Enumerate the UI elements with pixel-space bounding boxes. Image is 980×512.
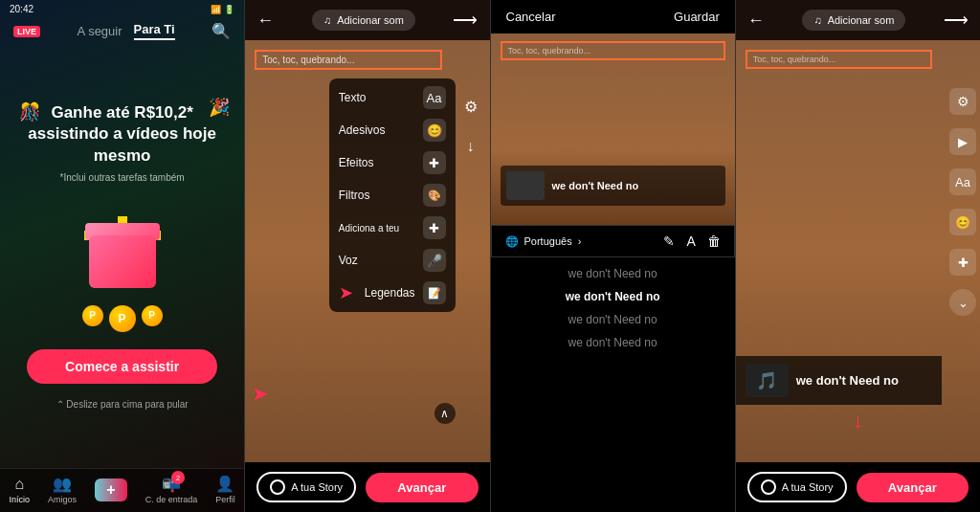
back-button[interactable]: ←	[256, 11, 274, 31]
language-bar: 🌐 Português › ✎ A 🗑	[491, 225, 735, 257]
coin-3: P	[142, 305, 163, 326]
swipe-hint: ⌃ Deslize para cima para pular	[56, 399, 189, 410]
collapse-button[interactable]: ∧	[434, 403, 456, 424]
caption-item-1[interactable]: we don't Need no	[506, 267, 720, 280]
preview-text-tool-icon[interactable]: Aa	[949, 168, 976, 195]
caption-item-3[interactable]: we don't Need no	[506, 313, 720, 326]
arrow-expand-captions: ➤	[253, 384, 267, 405]
caption-item-4[interactable]: we don't Need no	[506, 336, 720, 349]
preview-back-button[interactable]: ←	[747, 11, 765, 31]
nav-home[interactable]: ⌂ Início	[9, 476, 30, 504]
preview-bottom-bar: A tua Story Avançar	[736, 462, 980, 512]
preview-story-button[interactable]: A tua Story	[747, 472, 847, 502]
promo-subtitle: *Inclui outras tarefas também	[60, 172, 185, 183]
download-tool-icon[interactable]: ↓	[457, 133, 484, 160]
text-overlay[interactable]: Toc, toc, quebrando...	[255, 50, 441, 70]
menu-filters[interactable]: Filtros 🎨	[339, 184, 446, 207]
confetti-decor: 🎊	[19, 101, 40, 122]
preview-sticker-icon[interactable]: 😊	[949, 209, 976, 235]
caption-list: we don't Need no we don't Need no we don…	[491, 257, 735, 512]
menu-captions[interactable]: ➤ Legendas 📝	[339, 281, 446, 304]
preview-play-icon[interactable]: ▶	[949, 128, 976, 155]
menu-stickers[interactable]: Adesivos 😊	[339, 119, 446, 142]
start-watching-button[interactable]: Comece a assistir	[27, 349, 217, 384]
preview-add-icon[interactable]: ✚	[949, 249, 976, 276]
lang-actions: ✎ A 🗑	[663, 234, 720, 249]
effects-icon: ✚	[423, 151, 446, 174]
nav-home-label: Início	[9, 495, 30, 504]
panel-feed: 20:42 📶 🔋 LIVE A seguir Para Ti 🔍 🎊 🎉 Ga…	[0, 0, 244, 512]
inbox-badge: 2	[171, 471, 185, 484]
menu-text-label: Texto	[339, 91, 367, 104]
menu-addto-label: Adiciona a teu	[339, 223, 399, 234]
panel-editor: ← ♫ Adicionar som ⟶ Toc, toc, quebrando.…	[245, 0, 489, 512]
preview-collapse-icon[interactable]: ⌄	[949, 289, 976, 316]
profile-icon: 👤	[215, 475, 234, 493]
add-sound-label: Adicionar som	[337, 14, 404, 26]
preview-advance-button[interactable]: Avançar	[857, 473, 969, 502]
preview-arrow-down: ↓	[853, 409, 863, 434]
preview-video-area: Toc, toc, quebrando... 🎵 we don't Need n…	[736, 40, 980, 462]
filters-icon: 🎨	[423, 184, 446, 207]
nav-create-wrap: +	[95, 479, 127, 501]
gift-illustration	[70, 202, 175, 288]
text-size-icon[interactable]: A	[686, 234, 695, 249]
add-sound-button[interactable]: ♫ Adicionar som	[312, 10, 415, 31]
preview-lyric-text: we don't Need no	[552, 180, 639, 191]
panel-preview: ← ♫ Adicionar som ⟶ Toc, toc, quebrando.…	[736, 0, 980, 512]
settings-tool-icon[interactable]: ⚙	[457, 93, 484, 120]
preview-lyric-bar: we don't Need no	[501, 166, 725, 206]
story-circle-icon	[270, 479, 285, 495]
nav-profile[interactable]: 👤 Perfil	[215, 475, 235, 504]
share-icon[interactable]: ⟶	[453, 10, 478, 31]
preview-story-label: A tua Story	[782, 481, 834, 493]
status-bar: 20:42 📶 🔋	[0, 0, 244, 18]
advance-button[interactable]: Avançar	[366, 473, 478, 502]
search-icon[interactable]: 🔍	[212, 22, 231, 40]
create-button[interactable]: +	[95, 479, 127, 501]
friends-icon: 👥	[53, 475, 72, 493]
caption-item-2[interactable]: we don't Need no	[506, 290, 720, 303]
promo-content: 🎊 🎉 Ganhe até R$10,2* assistindo a vídeo…	[0, 44, 244, 468]
editor-menu: Texto Aa Adesivos 😊 Efeitos ✚ Filtros 🎨 …	[329, 78, 456, 312]
menu-filters-label: Filtros	[339, 189, 370, 202]
preview-add-sound-button[interactable]: ♫ Adicionar som	[802, 10, 905, 31]
nav-friends[interactable]: 👥 Amigos	[48, 475, 77, 504]
nav-inbox[interactable]: 📬 2 C. de entrada	[145, 475, 198, 504]
language-selector[interactable]: 🌐 Português ›	[505, 235, 582, 248]
preview-thumbnail	[506, 171, 545, 200]
preview-settings-icon[interactable]: ⚙	[949, 88, 976, 115]
menu-add-to[interactable]: Adiciona a teu ✚	[339, 216, 446, 239]
delete-caption-icon[interactable]: 🗑	[707, 234, 721, 249]
menu-voice-label: Voz	[339, 254, 358, 267]
nav-inbox-label: C. de entrada	[145, 495, 198, 504]
menu-effects[interactable]: Efeitos ✚	[339, 151, 446, 174]
save-button[interactable]: Guardar	[674, 10, 720, 24]
panel-caption-editor: Cancelar Guardar Toc, toc, quebrando... …	[491, 0, 735, 512]
edit-caption-icon[interactable]: ✎	[663, 234, 675, 249]
cancel-button[interactable]: Cancelar	[506, 10, 556, 24]
music-icon: ♫	[323, 14, 331, 26]
story-button[interactable]: A tua Story	[256, 472, 356, 502]
lyric-overlay-bar: 🎵 we don't Need no	[736, 356, 942, 405]
preview-right-tools: ⚙ ▶ Aa 😊 ✚ ⌄	[949, 88, 976, 316]
lyric-text: we don't Need no	[796, 373, 899, 388]
globe-icon: 🌐	[505, 235, 519, 248]
preview-share-icon[interactable]: ⟶	[944, 10, 969, 31]
caption-top-bar: Cancelar Guardar	[491, 0, 735, 33]
menu-voice[interactable]: Voz 🎤	[339, 249, 446, 272]
lyric-thumbnail: 🎵	[746, 364, 789, 397]
preview-music-icon: ♫	[813, 14, 821, 26]
editor-video-area: Toc, toc, quebrando... ⚙ ↓ Texto Aa Ades…	[245, 40, 489, 462]
battery-icon: 🔋	[224, 5, 234, 14]
status-time: 20:42	[10, 4, 33, 14]
tab-following[interactable]: A seguir	[78, 24, 122, 38]
preview-text-overlay: Toc, toc, quebrando...	[746, 50, 932, 69]
preview-header: ← ♫ Adicionar som ⟶	[736, 0, 980, 40]
menu-captions-label: Legendas	[365, 286, 415, 300]
home-icon: ⌂	[14, 476, 24, 493]
voice-icon: 🎤	[423, 249, 446, 272]
tab-for-you[interactable]: Para Ti	[134, 22, 175, 40]
menu-text[interactable]: Texto Aa	[339, 86, 446, 109]
preview-story-circle-icon	[761, 479, 776, 495]
